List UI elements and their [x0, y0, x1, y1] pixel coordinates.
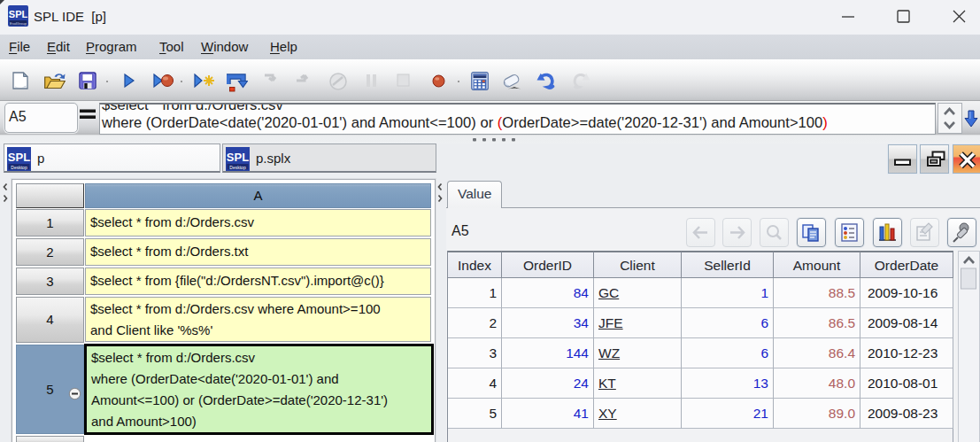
svg-text:SPL: SPL: [227, 151, 249, 164]
svg-text:Desktop: Desktop: [11, 165, 27, 170]
svg-text:SPL: SPL: [9, 9, 28, 19]
svg-text:Desktop: Desktop: [229, 165, 246, 170]
svg-text:SPL: SPL: [8, 151, 30, 164]
svg-text:EsolGroup: EsolGroup: [10, 21, 27, 26]
